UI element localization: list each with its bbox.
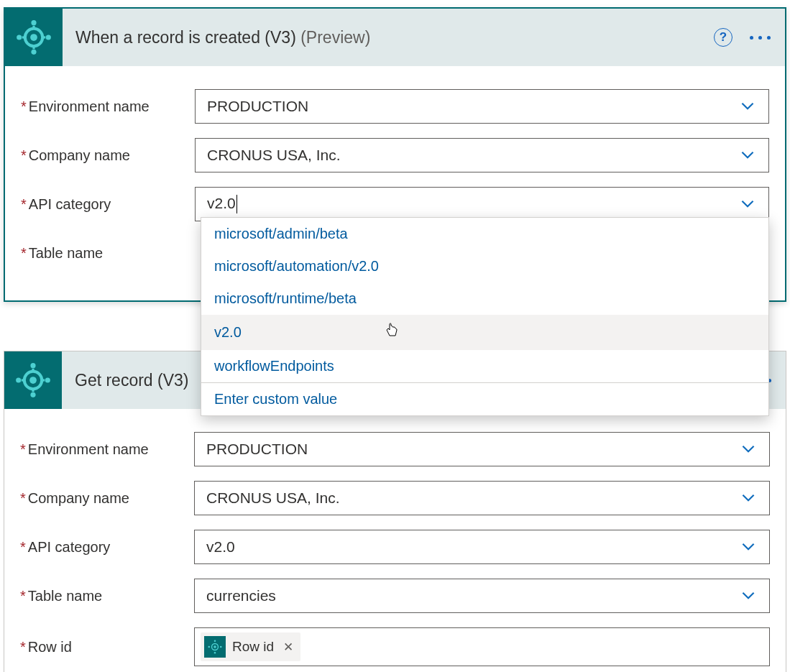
company-value: CRONUS USA, Inc.: [207, 147, 738, 164]
svg-point-3: [31, 50, 36, 55]
svg-point-12: [30, 363, 35, 368]
svg-point-25: [220, 646, 221, 648]
card-header: When a record is created (V3) (Preview) …: [5, 9, 785, 66]
table-value: currencies: [206, 587, 739, 604]
connector-icon: [204, 636, 226, 658]
token-label: Row id: [232, 639, 274, 655]
env-label: Environment name: [28, 441, 149, 458]
table-name-select[interactable]: currencies: [194, 579, 770, 613]
dropdown-option[interactable]: microsoft/runtime/beta: [201, 282, 768, 315]
company-name-select[interactable]: CRONUS USA, Inc.: [194, 481, 770, 515]
card-title: When a record is created (V3) (Preview): [75, 28, 714, 47]
table-label: Table name: [28, 588, 102, 604]
more-menu-button[interactable]: [747, 32, 773, 44]
company-value: CRONUS USA, Inc.: [206, 489, 739, 507]
svg-point-2: [31, 20, 36, 25]
chevron-down-icon: [738, 97, 757, 116]
dropdown-option[interactable]: v2.0: [201, 315, 768, 350]
env-label: Environment name: [29, 98, 150, 115]
environment-name-select[interactable]: PRODUCTION: [195, 89, 769, 124]
company-name-select[interactable]: CRONUS USA, Inc.: [195, 138, 769, 172]
chevron-down-icon: [738, 146, 757, 165]
chevron-down-icon: [739, 440, 758, 459]
svg-point-5: [46, 34, 51, 40]
svg-point-13: [30, 392, 35, 397]
close-icon[interactable]: ✕: [283, 640, 293, 655]
connector-icon: [5, 9, 63, 66]
svg-point-11: [29, 377, 37, 384]
dropdown-option[interactable]: microsoft/automation/v2.0: [201, 250, 768, 282]
env-value: PRODUCTION: [206, 441, 739, 458]
environment-name-select[interactable]: PRODUCTION: [194, 432, 770, 466]
api-category-select[interactable]: v2.0: [195, 187, 769, 221]
api-category-dropdown[interactable]: microsoft/admin/beta microsoft/automatio…: [201, 217, 769, 416]
dynamic-token[interactable]: Row id ✕: [201, 632, 300, 661]
dropdown-option[interactable]: microsoft/admin/beta: [201, 218, 768, 250]
svg-point-15: [45, 377, 50, 382]
api-label: API category: [29, 196, 111, 213]
company-label: Company name: [28, 490, 129, 507]
env-value: PRODUCTION: [207, 98, 738, 115]
svg-point-21: [213, 645, 216, 648]
table-label: Table name: [29, 245, 103, 262]
svg-point-22: [214, 640, 216, 642]
svg-point-1: [30, 34, 37, 41]
api-value: v2.0: [206, 538, 739, 556]
svg-point-24: [208, 646, 210, 648]
chevron-down-icon: [739, 586, 758, 605]
api-label: API category: [28, 539, 111, 556]
svg-point-23: [214, 652, 216, 653]
svg-point-4: [17, 34, 22, 40]
title-text: Get record (V3): [75, 371, 189, 390]
chevron-down-icon: [739, 489, 758, 507]
card-body: *Environment name PRODUCTION *Company na…: [4, 409, 786, 672]
row-id-input[interactable]: Row id ✕: [194, 627, 770, 666]
preview-label: (Preview): [300, 28, 370, 47]
help-icon[interactable]: ?: [714, 28, 732, 47]
dropdown-custom-value[interactable]: Enter custom value: [201, 382, 768, 415]
api-category-select[interactable]: v2.0: [194, 530, 770, 564]
chevron-down-icon: [739, 538, 758, 556]
cursor-icon: [385, 323, 398, 342]
title-text: When a record is created (V3): [75, 28, 296, 47]
company-label: Company name: [29, 147, 130, 164]
dropdown-option[interactable]: workflowEndpoints: [201, 350, 768, 382]
rowid-label: Row id: [28, 639, 72, 655]
api-value: v2.0: [207, 195, 738, 213]
chevron-down-icon: [738, 195, 757, 213]
connector-icon: [4, 351, 62, 409]
svg-point-14: [16, 377, 21, 382]
